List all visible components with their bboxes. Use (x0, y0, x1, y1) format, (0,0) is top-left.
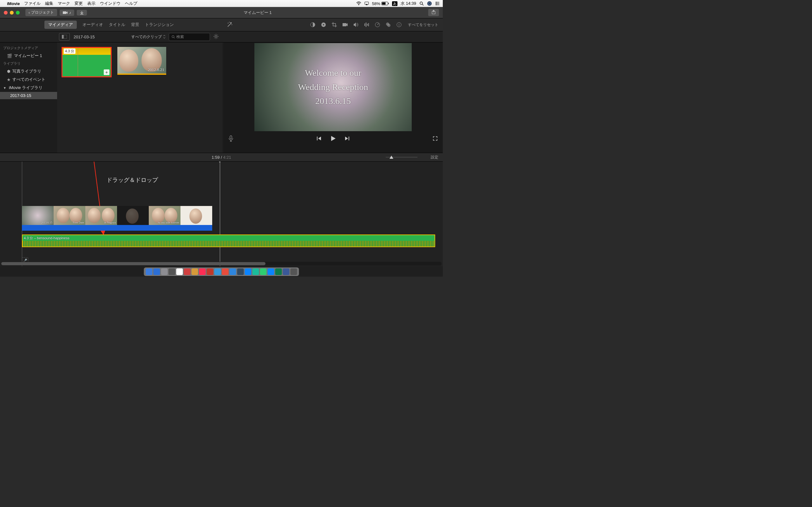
siri-icon[interactable] (427, 1, 432, 6)
dock-app-10[interactable] (222, 268, 229, 275)
dock-app-11[interactable] (230, 268, 236, 275)
app-menu[interactable]: iMovie (7, 1, 20, 6)
timeline[interactable]: ドラッグ＆ドロップ 2013.6.15 First Date in Nagoya… (0, 162, 443, 266)
minimize-window-button[interactable] (10, 11, 14, 14)
timeline-settings-button[interactable]: 設定 (431, 155, 438, 160)
preview-viewer[interactable]: Welcome to our Wedding Reception 2013.6.… (254, 43, 412, 131)
playhead[interactable] (220, 162, 220, 266)
dock-app-2[interactable] (161, 268, 168, 275)
close-window-button[interactable] (4, 11, 8, 14)
dock-app-8[interactable] (207, 268, 213, 275)
dock-app-3[interactable] (169, 268, 175, 275)
dock-app-14[interactable] (252, 268, 259, 275)
crop-icon[interactable] (331, 21, 338, 28)
prev-button[interactable] (316, 135, 322, 142)
noise-eq-icon[interactable] (363, 21, 370, 28)
wifi-icon[interactable] (356, 2, 361, 5)
sidebar-event-selected[interactable]: 2017-03-15 (0, 92, 57, 99)
media-import-button[interactable]: ♪ (60, 9, 74, 16)
scrollbar-thumb[interactable] (1, 262, 265, 265)
svg-line-29 (377, 23, 379, 25)
dock-app-16[interactable] (268, 268, 274, 275)
search-field[interactable]: 検索 (169, 33, 210, 41)
disclosure-triangle-icon[interactable]: ▼ (3, 86, 6, 90)
reset-all-button[interactable]: すべてをリセット (408, 22, 438, 27)
voiceover-mic-icon[interactable] (229, 135, 234, 143)
audio-clip-thumbnail[interactable]: 4.3 分 + (61, 47, 112, 77)
play-button[interactable] (329, 135, 337, 143)
dock-app-0[interactable] (146, 268, 153, 275)
dock-app-6[interactable] (192, 268, 198, 275)
dock-app-13[interactable] (245, 268, 252, 275)
info-icon[interactable]: i (396, 21, 402, 28)
layout-toggle-button[interactable] (59, 33, 70, 41)
video-clip-thumbnail[interactable]: 2012.8.21 (117, 47, 166, 75)
stabilization-icon[interactable] (342, 21, 348, 28)
battery-status[interactable]: 58% (372, 1, 389, 6)
menu-file[interactable]: ファイル (24, 1, 41, 6)
next-button[interactable] (344, 135, 350, 142)
timeline-video-clip[interactable]: First Date (54, 206, 85, 225)
dock-app-4[interactable] (176, 268, 183, 275)
filter-icon[interactable] (385, 21, 392, 28)
browser-bar: 2017-03-15 すべてのクリップ 検索 (0, 31, 443, 43)
fullscreen-icon[interactable] (433, 136, 438, 142)
dock-app-19[interactable] (291, 268, 297, 275)
timeline-scrollbar[interactable] (1, 262, 442, 266)
timeline-video-clip[interactable]: 2013.6.15 (22, 206, 54, 225)
menu-edit[interactable]: 編集 (45, 1, 53, 6)
dock-app-1[interactable] (154, 268, 160, 275)
tab-transitions[interactable]: トランジション (145, 22, 174, 27)
notification-center-icon[interactable] (435, 2, 440, 5)
sidebar-imovie-library[interactable]: ▼iMovie ライブラリ (0, 83, 57, 92)
timeline-video-clip[interactable]: by my side forever (149, 206, 181, 225)
preview-text-3: 2013.6.15 (315, 94, 351, 108)
svg-point-22 (323, 24, 324, 25)
dock-app-7[interactable] (199, 268, 206, 275)
zoom-slider[interactable] (386, 155, 417, 159)
sidebar-photo-library[interactable]: ✽写真ライブラリ (0, 67, 57, 75)
clock[interactable]: 水 14:39 (401, 1, 416, 6)
dock-app-9[interactable] (214, 268, 221, 275)
color-balance-icon[interactable] (310, 21, 316, 28)
share-button[interactable] (428, 9, 439, 16)
clip-browser[interactable]: 4.3 分 + 2012.8.21 (57, 43, 222, 153)
timeline-video-clip[interactable] (181, 206, 212, 225)
dock-app-12[interactable] (237, 268, 244, 275)
audio-track[interactable]: 4.3 分 – bensound-happiness (22, 234, 435, 247)
menu-modify[interactable]: 変更 (74, 1, 83, 6)
tab-backgrounds[interactable]: 背景 (131, 22, 139, 27)
spotlight-icon[interactable] (419, 1, 424, 6)
browser-settings-icon[interactable] (213, 34, 219, 40)
menu-help[interactable]: ヘルプ (125, 1, 137, 6)
macos-menubar: iMovie ファイル 編集 マーク 変更 表示 ウインドウ ヘルプ 58% あ… (0, 0, 443, 7)
video-track-bar[interactable] (22, 225, 212, 231)
menu-mark[interactable]: マーク (58, 1, 70, 6)
tab-audio[interactable]: オーディオ (83, 22, 103, 27)
svg-rect-35 (64, 35, 67, 39)
airplay-icon[interactable] (364, 2, 369, 5)
timeline-video-clip[interactable]: in Nagoya (85, 206, 117, 225)
ime-indicator[interactable]: あ (392, 1, 397, 6)
add-clip-button[interactable]: + (104, 69, 109, 75)
import-button[interactable] (77, 10, 87, 15)
dock-app-18[interactable] (283, 268, 290, 275)
dock-app-17[interactable] (275, 268, 282, 275)
zoom-window-button[interactable] (16, 11, 20, 14)
sidebar-project-item[interactable]: 🎬マイムービー 1 (0, 52, 57, 60)
sidebar-all-events[interactable]: ✭すべてのイベント (0, 75, 57, 83)
color-correction-icon[interactable] (320, 21, 327, 28)
tab-my-media[interactable]: マイメディア (44, 20, 77, 29)
dock-app-5[interactable] (184, 268, 191, 275)
tab-titles[interactable]: タイトル (109, 22, 125, 27)
menu-view[interactable]: 表示 (87, 1, 96, 6)
dock-app-15[interactable] (260, 268, 267, 275)
volume-icon[interactable] (353, 21, 359, 28)
back-to-projects-button[interactable]: ‹ プロジェクト (26, 9, 57, 16)
timeline-video-clip[interactable] (117, 206, 149, 225)
preview-panel: Welcome to our Wedding Reception 2013.6.… (223, 43, 443, 153)
speed-icon[interactable] (374, 21, 380, 28)
clip-filter-dropdown[interactable]: すべてのクリップ (131, 34, 165, 40)
menu-window[interactable]: ウインドウ (100, 1, 120, 6)
enhance-magic-icon[interactable] (226, 21, 233, 28)
